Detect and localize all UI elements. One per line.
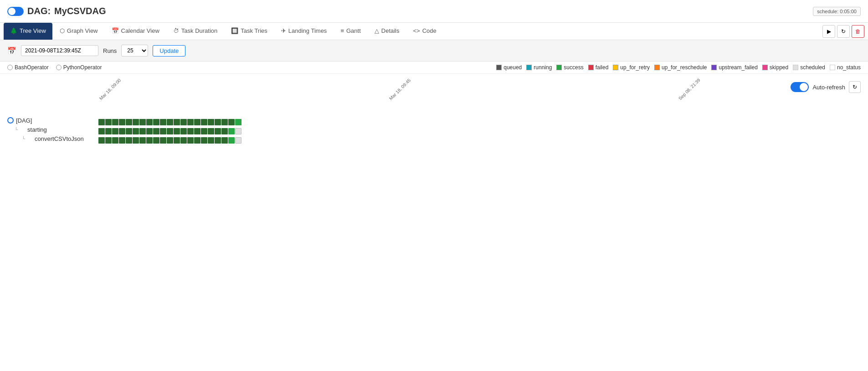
legend-up-for-retry: up_for_retry (613, 64, 650, 71)
tree-area: [DAG] └ starting └ convertCSVtoJson Mar … (7, 98, 861, 145)
tab-gantt[interactable]: ≡ Gantt (334, 23, 367, 40)
convert-node[interactable]: └ convertCSVtoJson (7, 134, 98, 143)
task-block[interactable] (215, 119, 221, 125)
refresh-button[interactable]: ↻ (837, 25, 850, 38)
timeline-area: Mar 18, 09:00 Mar 18, 09:45 Sep 08, 21:3… (98, 98, 861, 145)
task-block[interactable] (167, 128, 173, 134)
task-block[interactable] (153, 137, 159, 144)
task-block[interactable] (119, 137, 125, 144)
python-operator-item: PythonOperator (56, 64, 102, 71)
task-block[interactable] (228, 119, 235, 125)
task-block-running[interactable] (235, 119, 241, 125)
task-block[interactable] (180, 137, 187, 144)
task-block[interactable] (98, 128, 105, 134)
task-block[interactable] (160, 128, 166, 134)
refresh-now-button[interactable]: ↻ (849, 81, 861, 93)
nav-actions: ▶ ↻ 🗑 (822, 25, 864, 38)
task-block[interactable] (139, 137, 146, 144)
legend-scheduled: scheduled (793, 64, 825, 71)
task-block-scheduled[interactable] (235, 137, 241, 144)
task-block[interactable] (194, 119, 200, 125)
task-block[interactable] (180, 119, 187, 125)
task-block[interactable] (201, 128, 207, 134)
tab-task-duration[interactable]: ⏱ Task Duration (167, 23, 224, 40)
task-block[interactable] (174, 119, 180, 125)
task-block[interactable] (112, 128, 118, 134)
task-block[interactable] (208, 128, 214, 134)
tab-graph-view[interactable]: ⬡ Graph View (53, 23, 104, 40)
task-block[interactable] (215, 128, 221, 134)
starting-task-blocks (98, 128, 241, 134)
task-block[interactable] (180, 128, 187, 134)
task-block[interactable] (228, 137, 235, 144)
date-input[interactable]: 2021-09-08T12:39:45Z (21, 45, 98, 56)
task-block[interactable] (112, 137, 118, 144)
task-block[interactable] (167, 119, 173, 125)
no-status-label: no_status (837, 64, 861, 71)
running-label: running (534, 64, 552, 71)
task-block[interactable] (215, 137, 221, 144)
task-block[interactable] (133, 119, 139, 125)
queued-color (496, 65, 502, 70)
tab-code[interactable]: <> Code (407, 23, 443, 40)
delete-button[interactable]: 🗑 (852, 25, 864, 38)
starting-node-label: starting (27, 126, 47, 133)
task-block[interactable] (160, 137, 166, 144)
update-button[interactable]: Update (153, 45, 185, 57)
task-block[interactable] (119, 128, 125, 134)
task-block[interactable] (187, 128, 194, 134)
task-block[interactable] (133, 128, 139, 134)
task-block[interactable] (146, 128, 153, 134)
tab-task-tries[interactable]: 🔲 Task Tries (225, 23, 274, 40)
task-block[interactable] (139, 119, 146, 125)
task-block[interactable] (112, 119, 118, 125)
runs-select[interactable]: 25 5 10 50 100 (121, 45, 148, 57)
task-block[interactable] (187, 119, 194, 125)
queued-label: queued (503, 64, 522, 71)
task-block[interactable] (221, 128, 228, 134)
starting-node[interactable]: └ starting (7, 125, 98, 134)
task-block[interactable] (228, 128, 235, 134)
task-block[interactable] (98, 137, 105, 144)
task-block[interactable] (133, 137, 139, 144)
task-block[interactable] (126, 119, 132, 125)
task-block[interactable] (194, 137, 200, 144)
task-block[interactable] (126, 137, 132, 144)
task-block[interactable] (105, 119, 112, 125)
task-block[interactable] (126, 128, 132, 134)
task-block[interactable] (167, 137, 173, 144)
task-block[interactable] (208, 119, 214, 125)
main-content: Auto-refresh ↻ [DAG] └ starting └ co (0, 74, 868, 152)
task-block[interactable] (119, 119, 125, 125)
bash-operator-label: BashOperator (15, 64, 49, 71)
task-block[interactable] (201, 119, 207, 125)
dag-prefix: DAG: (27, 6, 51, 16)
task-block[interactable] (160, 119, 166, 125)
task-block[interactable] (221, 137, 228, 144)
task-block[interactable] (153, 128, 159, 134)
task-block[interactable] (208, 137, 214, 144)
tab-landing-times[interactable]: ✈ Landing Times (275, 23, 334, 40)
task-block[interactable] (105, 137, 112, 144)
convert-node-label: convertCSVtoJson (35, 135, 84, 142)
task-block[interactable] (174, 128, 180, 134)
tab-tree-view[interactable]: 🌲 Tree View (4, 23, 52, 40)
dag-node[interactable]: [DAG] (7, 116, 98, 125)
task-block[interactable] (201, 137, 207, 144)
task-block[interactable] (187, 137, 194, 144)
task-block[interactable] (221, 119, 228, 125)
task-block[interactable] (98, 119, 105, 125)
task-block[interactable] (174, 137, 180, 144)
auto-refresh-toggle[interactable] (791, 82, 809, 92)
task-block[interactable] (139, 128, 146, 134)
task-block[interactable] (105, 128, 112, 134)
tab-calendar-view[interactable]: 📅 Calendar View (105, 23, 166, 40)
play-button[interactable]: ▶ (822, 25, 835, 38)
task-block[interactable] (194, 128, 200, 134)
task-block[interactable] (146, 137, 153, 144)
task-block-scheduled[interactable] (235, 128, 241, 134)
dag-toggle[interactable] (7, 7, 24, 16)
task-block[interactable] (146, 119, 153, 125)
task-block[interactable] (153, 119, 159, 125)
tab-details[interactable]: △ Details (368, 23, 406, 40)
